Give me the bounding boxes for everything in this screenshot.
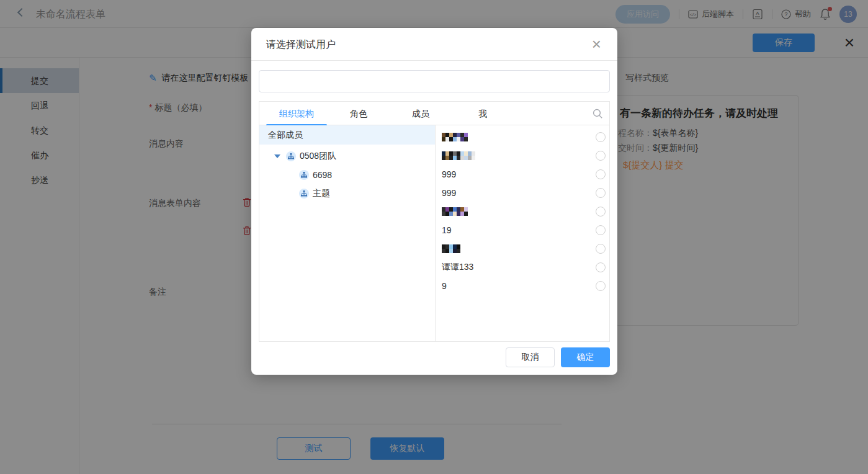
tab-1[interactable]: 组织架构 [266, 102, 328, 125]
masked-member-name [442, 207, 468, 216]
tree-node-label: 6698 [313, 170, 332, 180]
tab-4[interactable]: 我 [452, 102, 514, 125]
dialog-header: 请选择测试用户 × [251, 28, 617, 61]
member-name: 9 [442, 281, 447, 291]
member-radio[interactable] [596, 169, 606, 179]
member-name: 999 [442, 188, 456, 198]
search-icon[interactable] [593, 109, 603, 119]
tree-node-主题[interactable]: 主题 [259, 184, 435, 203]
tab-bar: 组织架构角色成员我 [259, 102, 609, 125]
member-radio[interactable] [596, 188, 606, 198]
member-row-8[interactable]: 谭谭133 [436, 258, 609, 277]
masked-member-name [442, 151, 475, 160]
tree-node-label: 0508团队 [300, 151, 336, 162]
member-name: 999 [442, 169, 456, 179]
selected-users-input[interactable] [259, 70, 610, 92]
masked-member-name [442, 133, 468, 141]
member-name: 19 [442, 225, 452, 235]
member-radio[interactable] [596, 207, 606, 217]
member-row-6[interactable]: 19 [436, 221, 609, 239]
org-structure-icon [299, 170, 309, 180]
member-row-4[interactable]: 999 [436, 184, 609, 202]
org-tree-pane: 全部成员 0508团队6698主题 [259, 125, 435, 341]
member-radio[interactable] [596, 151, 606, 161]
member-radio[interactable] [596, 225, 606, 235]
member-row-3[interactable]: 999 [436, 165, 609, 184]
member-radio[interactable] [596, 132, 606, 142]
dialog-close-icon[interactable]: × [589, 33, 604, 55]
member-row-5[interactable] [436, 202, 609, 221]
tab-2[interactable]: 角色 [328, 102, 390, 125]
caret-down-icon[interactable] [274, 154, 280, 158]
screen: 未命名流程表单 应用访问 </> 后端脚本 A ? 帮助 [0, 0, 868, 474]
dialog-title: 请选择测试用户 [266, 38, 336, 51]
masked-member-name [442, 244, 460, 253]
member-row-2[interactable] [436, 146, 609, 165]
tab-3[interactable]: 成员 [390, 102, 452, 125]
member-row-1[interactable] [436, 128, 609, 146]
org-structure-icon [286, 151, 296, 161]
member-radio[interactable] [596, 244, 606, 254]
picker-panel: 组织架构角色成员我 全部成员 0508团队6698主题 99999919谭谭13… [259, 101, 610, 342]
member-row-7[interactable] [436, 239, 609, 258]
org-structure-icon [299, 189, 309, 199]
cancel-button[interactable]: 取消 [506, 347, 555, 367]
member-name: 谭谭133 [442, 262, 473, 273]
member-radio[interactable] [596, 262, 606, 272]
tree-root-all-members[interactable]: 全部成员 [259, 125, 435, 145]
member-radio[interactable] [596, 281, 606, 291]
tree-node-0508团队[interactable]: 0508团队 [259, 147, 435, 166]
member-row-9[interactable]: 9 [436, 277, 609, 295]
tree-node-label: 主题 [313, 188, 330, 199]
confirm-button[interactable]: 确定 [561, 347, 610, 367]
member-list-pane: 99999919谭谭1339 [435, 125, 609, 341]
tree-node-6698[interactable]: 6698 [259, 166, 435, 184]
select-test-user-dialog: 请选择测试用户 × 组织架构角色成员我 全部成员 0508团队6698主题 99… [251, 28, 617, 375]
